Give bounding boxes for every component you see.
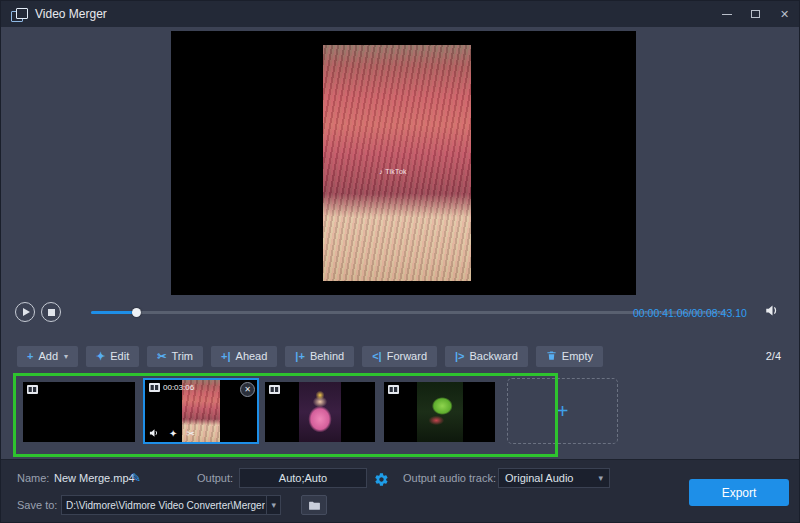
app-window: Video Merger ✕ ♪ TikTok 00:00:41.06/00:0… <box>0 0 800 523</box>
trim-label: Trim <box>171 350 193 362</box>
output-format-select[interactable]: Auto;Auto <box>239 468 367 488</box>
titlebar: Video Merger ✕ <box>1 1 799 27</box>
app-icon <box>11 8 27 21</box>
behind-button[interactable]: |+ Behind <box>285 346 354 367</box>
insert-behind-icon: |+ <box>295 351 305 362</box>
film-icon <box>27 385 38 394</box>
cat-thumbnail-image <box>23 382 135 442</box>
add-label: Add <box>38 350 58 362</box>
window-title: Video Merger <box>35 7 107 21</box>
progress-fill <box>91 311 136 314</box>
maximize-button[interactable] <box>741 1 770 27</box>
audio-track-label: Output audio track: <box>403 472 496 484</box>
output-settings-gear-icon[interactable] <box>371 470 391 488</box>
clip-thumbnail-cat[interactable] <box>23 382 135 442</box>
chevron-down-icon: ▾ <box>266 496 276 514</box>
ahead-button[interactable]: +| Ahead <box>211 346 277 367</box>
clip-trim-scissors-icon[interactable]: ✂ <box>186 429 194 439</box>
video-frame: ♪ TikTok <box>323 45 471 281</box>
audio-track-value: Original Audio <box>505 472 574 484</box>
clip-toolbar: + Add ▾ ✦ Edit ✂ Trim +| Ahead |+ Behind… <box>1 345 799 367</box>
plus-icon: + <box>27 351 33 362</box>
clip-thumbnail-princess[interactable] <box>265 382 375 442</box>
maximize-icon <box>751 10 760 18</box>
trim-button[interactable]: ✂ Trim <box>147 346 203 367</box>
add-button[interactable]: + Add ▾ <box>17 346 78 367</box>
clip-counter: 2/4 <box>766 350 781 362</box>
clip-edit-star-icon[interactable]: ✦ <box>169 429 177 439</box>
name-value: New Merge.mp4 <box>54 472 135 484</box>
chevron-down-icon: ▾ <box>598 473 603 483</box>
chevron-down-icon: ▾ <box>64 352 68 361</box>
clip-duration: 00:03:06 <box>163 383 194 392</box>
play-icon <box>23 308 30 316</box>
character-thumbnail-image <box>417 382 463 442</box>
edit-label: Edit <box>110 350 129 362</box>
rename-pencil-icon[interactable]: ✎ <box>131 471 141 485</box>
save-path-value: D:\Vidmore\Vidmore Video Converter\Merge… <box>66 500 265 511</box>
clip-audio-icon[interactable] <box>149 428 160 440</box>
empty-button[interactable]: Empty <box>536 346 603 367</box>
scissors-icon: ✂ <box>157 351 166 362</box>
clip-tool-row: ✦ ✂ <box>149 428 195 440</box>
close-button[interactable]: ✕ <box>770 1 799 27</box>
progress-slider[interactable] <box>91 304 727 320</box>
move-forward-icon: <| <box>372 351 382 362</box>
audio-track-select[interactable]: Original Audio ▾ <box>498 468 610 488</box>
princess-thumbnail-image <box>299 382 341 442</box>
ahead-label: Ahead <box>236 350 268 362</box>
stop-button[interactable] <box>41 302 61 322</box>
minimize-icon <box>722 14 732 15</box>
remove-clip-button[interactable]: ✕ <box>240 382 255 397</box>
tiktok-watermark: ♪ TikTok <box>379 168 407 175</box>
empty-label: Empty <box>562 350 593 362</box>
clip-thumbnail-character[interactable] <box>384 382 495 442</box>
close-icon: ✕ <box>780 8 789 21</box>
move-backward-icon: |> <box>455 351 465 362</box>
progress-track <box>91 311 727 314</box>
window-controls: ✕ <box>712 1 799 27</box>
add-clip-slot[interactable]: + <box>507 378 618 444</box>
trash-icon <box>546 350 557 363</box>
time-display: 00:00:41.06/00:08:43.10 <box>633 307 747 319</box>
save-to-label: Save to: <box>17 499 57 511</box>
play-button[interactable] <box>15 302 35 322</box>
output-label: Output: <box>197 472 233 484</box>
behind-label: Behind <box>310 350 344 362</box>
film-icon <box>269 385 280 394</box>
backward-button[interactable]: |> Backward <box>445 346 528 367</box>
insert-ahead-icon: +| <box>221 351 231 362</box>
output-format-value: Auto;Auto <box>279 472 327 484</box>
browse-folder-icon[interactable] <box>301 495 327 515</box>
magic-star-icon: ✦ <box>96 351 105 362</box>
film-icon <box>388 385 399 394</box>
video-preview: ♪ TikTok <box>171 31 636 295</box>
plus-icon: + <box>557 401 569 421</box>
save-path-select[interactable]: D:\Vidmore\Vidmore Video Converter\Merge… <box>61 495 281 515</box>
clip-thumbnail-selected[interactable]: 00:03:06 ✕ ✦ ✂ <box>143 378 259 444</box>
backward-label: Backward <box>470 350 518 362</box>
close-icon: ✕ <box>244 385 251 394</box>
film-icon: 00:03:06 <box>149 383 194 392</box>
forward-button[interactable]: <| Forward <box>362 346 437 367</box>
volume-icon[interactable] <box>765 304 780 317</box>
export-button[interactable]: Export <box>689 479 789 506</box>
minimize-button[interactable] <box>712 1 741 27</box>
stop-icon <box>48 309 55 316</box>
progress-knob[interactable] <box>132 308 141 317</box>
forward-label: Forward <box>387 350 427 362</box>
edit-button[interactable]: ✦ Edit <box>86 346 139 367</box>
name-label: Name: <box>17 472 49 484</box>
